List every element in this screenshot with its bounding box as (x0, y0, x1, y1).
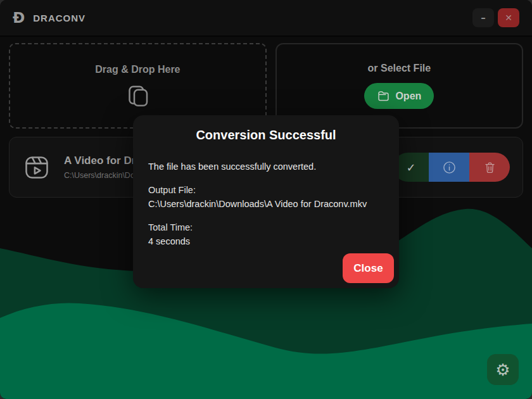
open-button-label: Open (395, 91, 421, 102)
drag-drop-label: Drag & Drop Here (95, 64, 180, 75)
copy-files-icon (125, 83, 150, 108)
file-info-button[interactable] (429, 153, 469, 182)
conversion-success-modal: Conversion Successful The file has been … (133, 115, 399, 288)
gear-icon: ⚙ (495, 360, 510, 379)
settings-button[interactable]: ⚙ (487, 354, 519, 385)
folder-icon (377, 89, 390, 103)
app-logo-icon: Ð (13, 11, 25, 25)
output-file-label: Output File: (148, 185, 384, 195)
info-icon (442, 160, 457, 175)
open-file-button[interactable]: Open (364, 83, 434, 109)
file-actions: ✓ (393, 153, 510, 182)
trash-icon (483, 161, 497, 174)
modal-title: Conversion Successful (148, 128, 384, 142)
modal-message: The file has been successfully converted… (148, 162, 384, 172)
app-title: DRACONV (33, 13, 86, 23)
app-window: Ð DRACONV – ✕ Drag & Drop Here or Select… (0, 0, 532, 399)
minimize-button[interactable]: – (472, 8, 494, 27)
select-file-label: or Select File (368, 63, 431, 74)
light-green-wave (0, 303, 532, 399)
minimize-icon: – (481, 12, 486, 23)
output-file-path: C:\Users\drackin\Downloads\A Video for D… (148, 199, 384, 209)
total-time-label: Total Time: (148, 222, 384, 232)
modal-close-button[interactable]: Close (343, 253, 394, 283)
video-reels-icon (22, 153, 51, 181)
titlebar: Ð DRACONV – ✕ (0, 0, 532, 37)
total-time-value: 4 seconds (148, 236, 384, 246)
close-icon: ✕ (505, 13, 512, 23)
delete-file-button[interactable] (469, 153, 510, 182)
check-icon: ✓ (406, 161, 415, 174)
window-close-button[interactable]: ✕ (498, 8, 519, 27)
